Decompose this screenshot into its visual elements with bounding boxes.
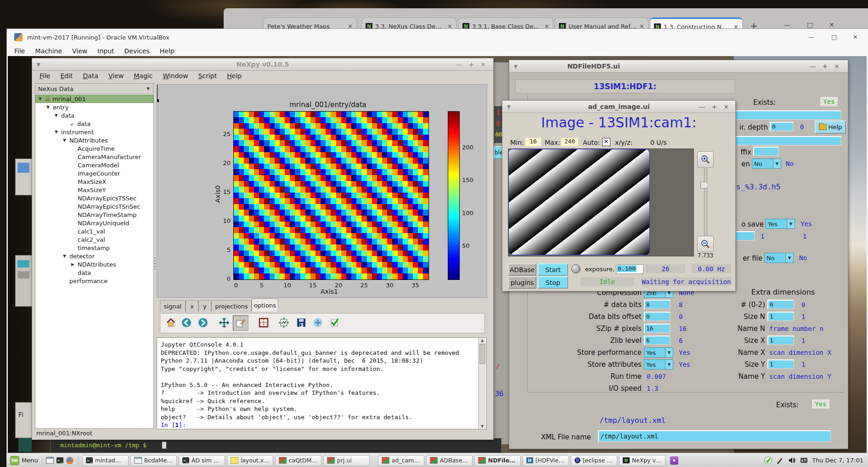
close-button[interactable]: × xyxy=(480,61,486,68)
browser-maximize-button[interactable]: □ xyxy=(807,21,813,28)
hdf5-row-input-3[interactable]: 16 xyxy=(644,324,671,333)
tree-expand-icon[interactable]: ▼ xyxy=(46,105,53,109)
stop-button[interactable]: Stop xyxy=(538,276,568,289)
browser-minimize-button[interactable]: — xyxy=(784,21,790,28)
vbox-menu-view[interactable]: View xyxy=(72,47,87,55)
vbox-menu-devices[interactable]: Devices xyxy=(124,47,150,55)
taskbar-button-ndfileh-[interactable]: NDFileH... xyxy=(474,455,521,466)
tree-expand-icon[interactable]: ▼ xyxy=(55,113,61,118)
min-value[interactable]: 16 xyxy=(525,138,541,146)
maximize-button[interactable]: + xyxy=(712,103,717,110)
hdf5-row-input-4[interactable]: 6 xyxy=(644,336,671,345)
vbox-menu-file[interactable]: File xyxy=(14,47,25,55)
zoom-slider-track[interactable] xyxy=(704,169,707,237)
nexpy-menu-edit[interactable]: Edit xyxy=(60,72,73,80)
nexpy-menu-view[interactable]: View xyxy=(108,72,124,80)
nexpy-menu-help[interactable]: Help xyxy=(227,72,242,80)
tree-item-CameraManufacturer[interactable]: CameraManufacturer xyxy=(35,153,153,161)
tree-item-entry[interactable]: ▼entry xyxy=(35,103,153,111)
hdf5-extra-input-5[interactable]: 1 xyxy=(767,359,794,369)
tree-item-instrument[interactable]: ▼instrument xyxy=(35,128,153,136)
minimize-button[interactable]: — xyxy=(456,61,462,68)
camera-image-widget[interactable] xyxy=(508,148,694,256)
tree-item-data[interactable]: ▼data xyxy=(35,111,153,120)
tree-item-data[interactable]: ∞data xyxy=(35,120,153,128)
tree-item-calc2_val[interactable]: calc2_val xyxy=(35,235,153,244)
tree-item-NDArrayTimeStamp[interactable]: NDArrayTimeStamp xyxy=(35,211,153,219)
taskbar-button--hdfview-[interactable]: H[HDFView ... xyxy=(523,455,569,466)
hdf5-save-dropdown[interactable]: Yes▼ xyxy=(766,219,795,229)
hdf5-suffix-input[interactable] xyxy=(753,147,779,156)
tree-expand-icon[interactable]: ▶ xyxy=(71,262,78,267)
nexpy-menu-file[interactable]: File xyxy=(39,72,50,80)
minimize-button[interactable]: — xyxy=(810,63,816,70)
nexpy-menu-magic[interactable]: Magic xyxy=(134,72,152,80)
vbox-menu-input[interactable]: Input xyxy=(97,47,114,55)
taskbar-button-caqtdm-v-[interactable]: caQtDM V... xyxy=(275,455,321,466)
close-button[interactable]: × xyxy=(834,63,840,70)
vbox-maximize-button[interactable]: □ xyxy=(831,34,837,40)
hdf5-extra-input-3[interactable]: 1 xyxy=(767,336,794,345)
save-icon[interactable] xyxy=(295,317,307,329)
hdf5-open-dropdown[interactable]: No▼ xyxy=(752,159,781,169)
apply-icon[interactable] xyxy=(328,317,340,329)
plot-tab-options[interactable]: options xyxy=(252,298,278,312)
tree-item-CameraModel[interactable]: CameraModel xyxy=(35,161,153,169)
grid-icon[interactable] xyxy=(258,317,270,329)
tree-item-NDAttributes[interactable]: ▶NDAttributes xyxy=(35,260,153,268)
tree-expand-icon[interactable]: ▼ xyxy=(63,254,69,258)
taskbar-button--eclipse-[interactable]: [eclipse - ... xyxy=(571,455,617,466)
menu-button[interactable]: lm Menu xyxy=(10,456,38,465)
hdf5-row-input-1[interactable]: 8 xyxy=(644,300,671,309)
tree-item-mrinal_001[interactable]: ▼mrinal_001 xyxy=(35,95,153,103)
limits-icon[interactable] xyxy=(278,317,290,329)
zoom-in-icon[interactable] xyxy=(697,151,714,168)
home-icon[interactable] xyxy=(165,317,177,329)
taskbar-button-ad-cam-i-[interactable]: ad_cam_i... xyxy=(378,455,424,466)
terminal-launcher-icon[interactable]: >_ xyxy=(56,457,63,463)
console-panel[interactable]: Jupyter QtConsole 4.0.1 DEPRECATED: IPyt… xyxy=(157,337,487,429)
network-icon[interactable] xyxy=(799,456,808,465)
nexpy-menu-data[interactable]: Data xyxy=(83,72,98,80)
tree-item-NDAttributes[interactable]: ▼NDAttributes xyxy=(35,136,153,144)
zoom-out-icon[interactable] xyxy=(697,236,714,252)
tree-item-MaxSizeX[interactable]: MaxSizeX xyxy=(35,177,153,186)
plot-tab-signal[interactable]: signal xyxy=(160,300,186,312)
vbox-minimize-button[interactable]: — xyxy=(808,34,814,40)
close-button[interactable]: × xyxy=(723,103,729,110)
pan-icon[interactable] xyxy=(218,317,230,329)
max-value[interactable]: 240 xyxy=(561,138,578,146)
customize-icon[interactable] xyxy=(233,315,248,331)
scroll-down-icon[interactable]: ▼ xyxy=(479,424,486,428)
firefox-icon[interactable] xyxy=(66,457,73,464)
hdf5-depth-input[interactable]: 0 xyxy=(770,122,794,131)
maximize-button[interactable]: + xyxy=(469,61,474,68)
browser-close-button[interactable]: ✕ xyxy=(829,21,834,28)
hdf5-overwrite-dropdown[interactable]: No▼ xyxy=(764,253,794,263)
ndfilehdf5-titlebar[interactable]: ▼ NDFileHDF5.ui xyxy=(509,60,848,73)
taskbar-button-nexpy-v0-[interactable]: NNeXpy v0.... xyxy=(619,455,665,466)
splitter-handle[interactable] xyxy=(154,256,156,271)
tree-item-NDArrayUniqueId[interactable]: NDArrayUniqueId xyxy=(35,219,153,227)
hdf5-extra-input-1[interactable]: 1 xyxy=(767,312,794,321)
taskbar-button-ad-sim-det[interactable]: >_AD sim det xyxy=(179,455,225,466)
tree-item-performance[interactable]: performance xyxy=(35,277,153,285)
taskbar-button-bcdamen-[interactable]: BcdaMen... xyxy=(130,455,177,466)
volume-icon[interactable] xyxy=(787,456,796,465)
plugins-button[interactable]: plugins xyxy=(508,276,536,289)
plot-tab-x[interactable]: x xyxy=(186,300,198,312)
nexpy-titlebar[interactable]: ▼ NeXpy v0.10.5 xyxy=(32,58,493,71)
auto-checkbox[interactable]: ✕ xyxy=(602,138,610,146)
tree-header[interactable]: NeXus Data ▼ xyxy=(35,84,153,94)
tree-item-timestamp[interactable]: timestamp xyxy=(35,244,153,252)
taskbar-button-prj-ui[interactable]: prj.ui xyxy=(323,455,370,466)
scrollbar-thumb[interactable] xyxy=(479,344,485,364)
nexpy-menu-script[interactable]: Script xyxy=(198,72,217,80)
forward-icon[interactable] xyxy=(197,317,209,329)
hdf5-row-dropdown-6[interactable]: Yes▼ xyxy=(644,359,673,370)
clock[interactable]: Thu Dec 7, 17:01 xyxy=(812,457,863,464)
maximize-button[interactable]: + xyxy=(823,63,828,70)
update-shield-icon[interactable] xyxy=(763,456,772,465)
vbox-close-button[interactable]: ✕ xyxy=(853,34,858,40)
hdf5-extra-input-0[interactable]: 0 xyxy=(767,300,794,309)
